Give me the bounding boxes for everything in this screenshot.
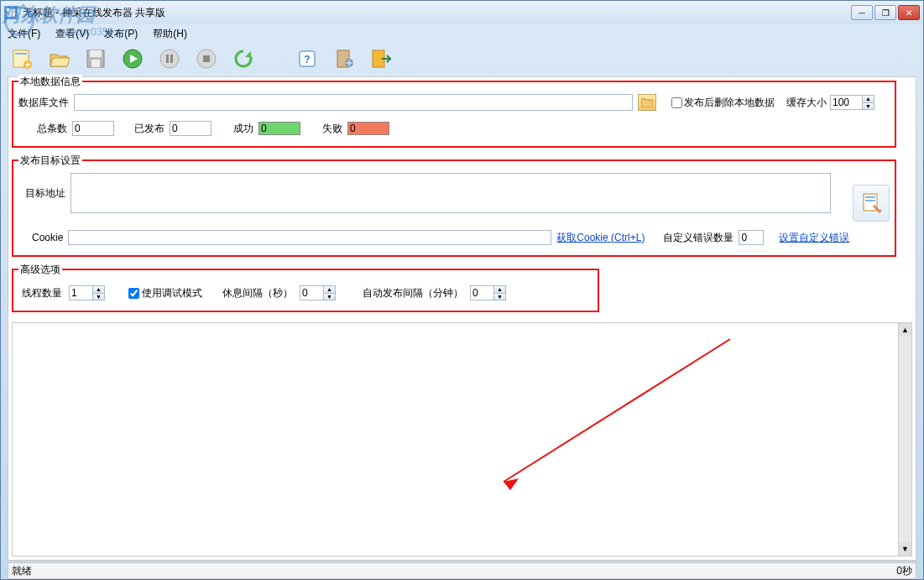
save-button[interactable]	[83, 46, 108, 71]
toolbar: ?	[1, 43, 923, 75]
menu-view[interactable]: 查看(V)	[55, 27, 89, 41]
menu-help[interactable]: 帮助(H)	[153, 27, 187, 41]
settings-button[interactable]	[331, 46, 357, 71]
status-right: 0秒	[896, 564, 912, 578]
threads-input[interactable]	[69, 285, 92, 300]
open-button[interactable]	[46, 46, 71, 71]
debug-label: 使用调试模式	[142, 286, 202, 300]
published-value	[170, 121, 211, 136]
error-count-label: 自定义错误数量	[663, 231, 733, 245]
play-button[interactable]	[120, 46, 145, 71]
client-area: 本地数据信息 数据库文件 发布后删除本地数据 缓存大小 ▲▼ 总条数 已发布	[8, 76, 916, 561]
get-cookie-link[interactable]: 获取Cookie (Ctrl+L)	[556, 231, 645, 245]
statusbar: 就绪 0秒	[8, 562, 916, 579]
cookie-label: Cookie	[32, 232, 63, 243]
total-label: 总条数	[37, 122, 67, 136]
refresh-button[interactable]	[231, 46, 256, 71]
maximize-button[interactable]: ❐	[874, 5, 896, 20]
section3-legend: 高级选项	[18, 263, 62, 277]
svg-rect-3	[15, 53, 27, 55]
svg-rect-13	[203, 55, 210, 62]
rest-input[interactable]	[300, 285, 323, 300]
success-value: 0	[258, 122, 300, 135]
threads-label: 线程数量	[22, 286, 62, 300]
svg-point-9	[160, 50, 179, 68]
stop-button[interactable]	[194, 46, 219, 71]
titlebar[interactable]: 无标题 - 神采在线发布器 共享版 ─ ❐ ✕	[1, 1, 923, 24]
log-area[interactable]: ▲ ▼	[12, 322, 912, 556]
window-title: 无标题 - 神采在线发布器 共享版	[23, 6, 851, 20]
section-publish-target: 发布目标设置 目标地址 Cookie 获取Cookie (Ctrl+L) 自定义…	[12, 159, 896, 257]
pause-button[interactable]	[157, 46, 182, 71]
fail-value: 0	[347, 122, 389, 135]
exit-button[interactable]	[368, 46, 394, 71]
section2-legend: 发布目标设置	[18, 154, 82, 168]
svg-text:?: ?	[304, 54, 310, 65]
cookie-input[interactable]	[68, 230, 551, 245]
rest-label: 休息间隔（秒）	[222, 286, 293, 300]
svg-rect-7	[91, 60, 100, 67]
auto-label: 自动发布间隔（分钟）	[363, 286, 463, 300]
app-window: 河东软件园 www.pc0359.cn 无标题 - 神采在线发布器 共享版 ─ …	[0, 0, 924, 580]
section-local-data: 本地数据信息 数据库文件 发布后删除本地数据 缓存大小 ▲▼ 总条数 已发布	[12, 81, 896, 148]
scroll-up-button[interactable]: ▲	[899, 323, 911, 337]
svg-rect-1	[7, 8, 15, 17]
set-error-link[interactable]: 设置自定义错误	[779, 231, 849, 245]
cache-input[interactable]	[830, 95, 862, 110]
cache-label: 缓存大小	[786, 96, 827, 110]
section1-legend: 本地数据信息	[18, 75, 82, 89]
target-input[interactable]	[70, 173, 831, 213]
section-advanced: 高级选项 线程数量 ▲▼ 使用调试模式 休息间隔（秒） ▲▼ 自动发布间隔（分钟…	[12, 269, 599, 312]
error-count-input[interactable]	[739, 230, 764, 245]
total-value	[72, 121, 114, 136]
new-button[interactable]	[9, 46, 34, 71]
debug-checkbox[interactable]	[128, 288, 139, 299]
app-icon	[4, 6, 18, 19]
svg-rect-11	[170, 55, 173, 63]
dbfile-label: 数据库文件	[18, 96, 69, 110]
published-label: 已发布	[134, 122, 164, 136]
menu-file[interactable]: 文件(F)	[8, 27, 40, 41]
menu-publish[interactable]: 发布(P)	[104, 27, 138, 41]
auto-spinner[interactable]: ▲▼	[493, 285, 506, 300]
svg-rect-21	[865, 200, 875, 201]
config-button[interactable]	[853, 185, 890, 222]
success-label: 成功	[233, 122, 253, 136]
auto-input[interactable]	[470, 285, 493, 300]
status-left: 就绪	[12, 564, 32, 578]
threads-spinner[interactable]: ▲▼	[92, 285, 105, 300]
cache-spinner[interactable]: ▲▼	[862, 95, 874, 110]
target-label: 目标地址	[25, 186, 65, 201]
svg-rect-10	[166, 55, 169, 63]
svg-rect-6	[90, 50, 102, 57]
help-button[interactable]: ?	[295, 46, 320, 71]
scroll-down-button[interactable]: ▼	[899, 542, 911, 556]
fail-label: 失败	[322, 122, 342, 136]
menubar: 文件(F) 查看(V) 发布(P) 帮助(H)	[1, 24, 923, 43]
delete-after-label: 发布后删除本地数据	[684, 96, 775, 110]
scrollbar[interactable]: ▲ ▼	[898, 323, 911, 556]
rest-spinner[interactable]: ▲▼	[323, 285, 336, 300]
delete-after-checkbox[interactable]	[671, 97, 682, 108]
dbfile-input[interactable]	[74, 94, 633, 111]
minimize-button[interactable]: ─	[851, 5, 873, 20]
svg-rect-20	[865, 196, 875, 198]
browse-button[interactable]	[638, 94, 656, 111]
close-button[interactable]: ✕	[898, 5, 920, 20]
